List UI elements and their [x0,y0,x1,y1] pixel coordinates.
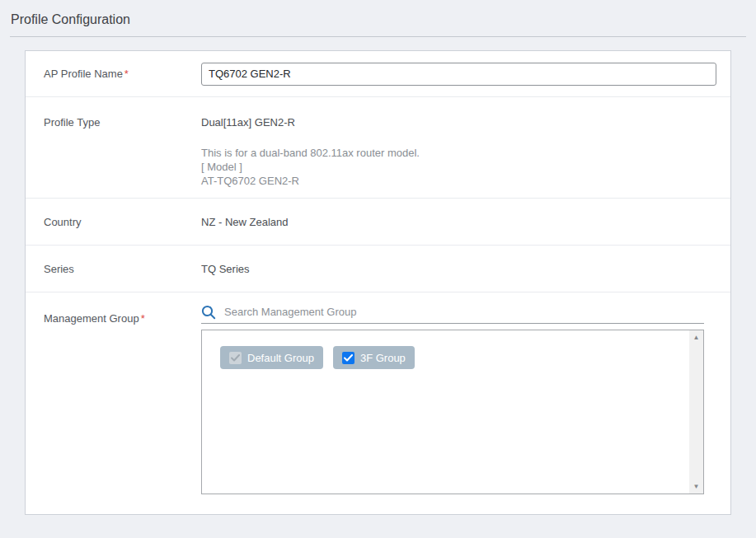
country-row: Country NZ - New Zealand [26,199,730,246]
profile-type-row: Profile Type Dual[11ax] GEN2-R This is f… [26,97,730,199]
checkbox-checked-disabled-icon[interactable] [229,352,242,364]
required-asterisk: * [124,68,129,80]
group-chip-default-group[interactable]: Default Group [220,346,323,369]
ap-profile-name-row: AP Profile Name* [26,51,730,97]
group-chip-label: Default Group [247,352,314,364]
country-value: NZ - New Zealand [201,216,730,228]
scrollbar[interactable] [689,330,703,494]
series-label: Series [26,263,201,275]
management-group-search-input[interactable] [224,303,704,321]
management-group-row: Management Group* [26,292,730,494]
title-divider [10,36,746,37]
group-chip-3f-group[interactable]: 3F Group [333,346,415,369]
profile-type-description: This is for a dual-band 802.11ax router … [201,146,730,188]
profile-type-description-line: This is for a dual-band 802.11ax router … [201,146,730,160]
profile-type-value: Dual[11ax] GEN2-R [201,116,730,129]
management-group-list: Default Group 3F Group [201,330,704,494]
ap-profile-name-label: AP Profile Name* [26,68,201,80]
profile-type-label: Profile Type [26,116,201,198]
series-value: TQ Series [201,263,730,275]
scroll-up-icon[interactable] [689,330,703,344]
search-icon [201,305,216,320]
ap-profile-name-input[interactable] [201,63,716,86]
series-row: Series TQ Series [26,246,730,292]
profile-configuration-panel: AP Profile Name* Profile Type Dual[11ax]… [25,50,731,515]
profile-type-description-line: AT-TQ6702 GEN2-R [201,174,730,188]
profile-type-description-line: [ Model ] [201,160,730,174]
country-label: Country [26,216,201,228]
management-group-label: Management Group* [26,292,201,494]
management-group-search [201,292,704,324]
scroll-down-icon[interactable] [689,480,703,494]
group-chip-label: 3F Group [360,352,406,364]
required-asterisk: * [141,312,145,325]
page-title: Profile Configuration [11,12,130,27]
checkbox-checked-icon[interactable] [342,352,355,364]
